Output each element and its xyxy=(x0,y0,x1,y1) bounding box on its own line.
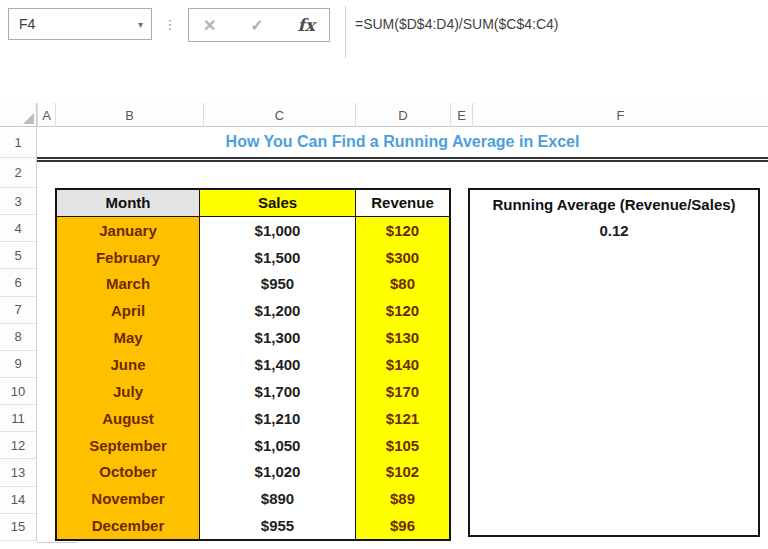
row-header-12[interactable]: 12 xyxy=(0,432,37,459)
running-average-box: Running Average (Revenue/Sales) 0.12 xyxy=(468,188,760,537)
table-cell[interactable]: $1,700 xyxy=(200,378,356,405)
cancel-icon[interactable]: ✕ xyxy=(203,16,216,35)
table-cell[interactable]: June xyxy=(57,351,200,378)
formula-bar-separator-icon: ⋮ xyxy=(163,8,177,40)
column-header-E[interactable]: E xyxy=(450,103,472,127)
table-cell[interactable]: February xyxy=(57,244,200,271)
running-average-value-cell[interactable]: 0.12 xyxy=(470,217,758,244)
table-cell[interactable]: $890 xyxy=(200,485,356,512)
column-header-A[interactable]: A xyxy=(37,103,55,127)
table-cell[interactable]: $1,200 xyxy=(200,297,356,324)
enter-icon[interactable]: ✓ xyxy=(250,16,263,35)
row-header-10[interactable]: 10 xyxy=(0,378,37,405)
table-cell[interactable]: $140 xyxy=(356,351,449,378)
table-cell[interactable]: $105 xyxy=(356,432,449,459)
table-cell[interactable]: $170 xyxy=(356,378,449,405)
table-cell[interactable]: September xyxy=(57,432,200,459)
table-cell[interactable]: April xyxy=(57,297,200,324)
row-header-15[interactable]: 15 xyxy=(0,514,37,541)
row-header-4[interactable]: 4 xyxy=(0,215,37,242)
table-cell[interactable]: July xyxy=(57,378,200,405)
table-cell[interactable]: $950 xyxy=(200,271,356,298)
row-header-1[interactable]: 1 xyxy=(0,127,37,158)
active-cell-reference: F4 xyxy=(19,16,138,32)
table-cell[interactable]: May xyxy=(57,324,200,351)
table-cell[interactable]: $102 xyxy=(356,458,449,485)
table-cell[interactable]: October xyxy=(57,458,200,485)
table-cell[interactable]: $121 xyxy=(356,405,449,432)
column-header-C[interactable]: C xyxy=(203,103,355,127)
table-cell[interactable]: $1,020 xyxy=(200,458,356,485)
monthly-data-table: MonthSalesRevenueJanuary$1,000$120Februa… xyxy=(55,188,451,541)
formula-text[interactable]: =SUM($D$4:D4)/SUM($C$4:C4) xyxy=(355,16,558,32)
table-cell[interactable]: $300 xyxy=(356,244,449,271)
column-header-F[interactable]: F xyxy=(472,103,768,127)
table-cell[interactable]: $1,500 xyxy=(200,244,356,271)
formula-bar[interactable]: =SUM($D$4:D4)/SUM($C$4:C4) xyxy=(345,6,768,58)
table-cell[interactable]: $1,050 xyxy=(200,432,356,459)
insert-function-icon[interactable]: fx xyxy=(298,15,315,35)
row-header-9[interactable]: 9 xyxy=(0,351,37,378)
table-header-revenue[interactable]: Revenue xyxy=(356,190,449,217)
row-header-13[interactable]: 13 xyxy=(0,460,37,487)
table-cell[interactable]: $89 xyxy=(356,485,449,512)
formula-buttons-group: ✕ ✓ fx xyxy=(188,8,330,42)
table-cell[interactable]: January xyxy=(57,217,200,244)
sheet-title-cell[interactable]: How You Can Find a Running Average in Ex… xyxy=(37,127,768,157)
excel-window: F4 ▾ ⋮ ✕ ✓ fx =SUM($D$4:D4)/SUM($C$4:C4)… xyxy=(0,0,768,549)
gridline-stub xyxy=(37,542,77,543)
row-header-11[interactable]: 11 xyxy=(0,405,37,432)
select-all-button[interactable] xyxy=(0,103,37,127)
running-average-label-cell[interactable]: Running Average (Revenue/Sales) xyxy=(470,192,758,217)
table-cell[interactable]: $1,000 xyxy=(200,217,356,244)
table-cell[interactable]: March xyxy=(57,271,200,298)
table-header-sales[interactable]: Sales xyxy=(200,190,356,217)
title-double-underline xyxy=(37,157,768,162)
column-header-row: ABCDEF xyxy=(37,103,768,127)
table-cell[interactable]: $96 xyxy=(356,512,449,539)
table-cell[interactable]: November xyxy=(57,485,200,512)
row-header-2[interactable]: 2 xyxy=(0,158,37,188)
row-header-14[interactable]: 14 xyxy=(0,487,37,514)
table-cell[interactable]: $1,400 xyxy=(200,351,356,378)
column-header-D[interactable]: D xyxy=(355,103,450,127)
row-header-6[interactable]: 6 xyxy=(0,269,37,296)
table-cell[interactable]: December xyxy=(57,512,200,539)
row-header-8[interactable]: 8 xyxy=(0,324,37,351)
table-cell[interactable]: $120 xyxy=(356,297,449,324)
row-header-3[interactable]: 3 xyxy=(0,188,37,215)
name-box-dropdown-icon[interactable]: ▾ xyxy=(138,19,143,30)
column-header-B[interactable]: B xyxy=(55,103,203,127)
table-cell[interactable]: $1,210 xyxy=(200,405,356,432)
name-box[interactable]: F4 ▾ xyxy=(8,8,152,40)
table-cell[interactable]: August xyxy=(57,405,200,432)
row-header-5[interactable]: 5 xyxy=(0,242,37,269)
select-all-triangle-icon xyxy=(23,113,34,124)
table-cell[interactable]: $130 xyxy=(356,324,449,351)
table-cell[interactable]: $1,300 xyxy=(200,324,356,351)
table-cell[interactable]: $955 xyxy=(200,512,356,539)
table-cell[interactable]: $80 xyxy=(356,271,449,298)
row-header-7[interactable]: 7 xyxy=(0,297,37,324)
table-cell[interactable]: $120 xyxy=(356,217,449,244)
table-header-month[interactable]: Month xyxy=(57,190,200,217)
